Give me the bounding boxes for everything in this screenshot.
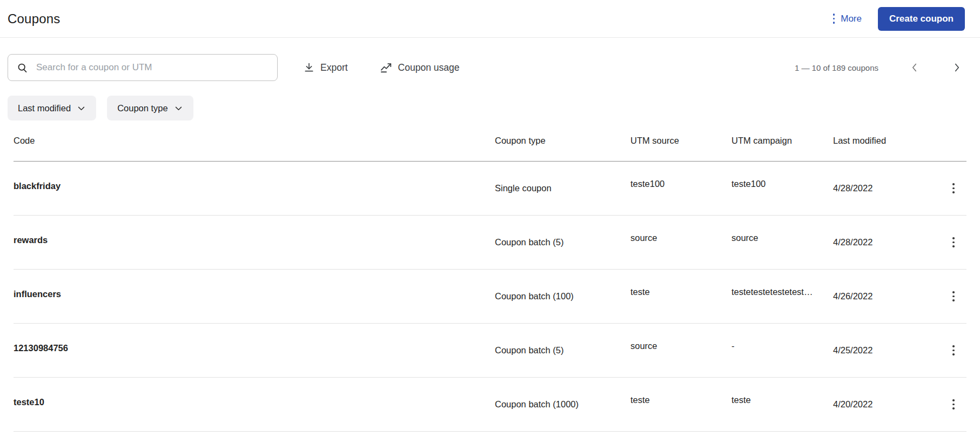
create-coupon-button[interactable]: Create coupon — [878, 7, 965, 31]
kebab-dots-icon — [952, 183, 955, 193]
table-row[interactable]: rewards Coupon batch (5) source source 4… — [14, 216, 966, 270]
row-menu-button[interactable] — [943, 394, 964, 415]
utm-source: teste — [630, 395, 731, 405]
kebab-dots-icon — [833, 14, 835, 24]
download-icon — [304, 62, 314, 73]
more-button-label: More — [841, 14, 862, 24]
column-header-code: Code — [14, 136, 495, 146]
chevron-down-icon — [174, 104, 183, 113]
last-modified-date: 4/28/2022 — [833, 237, 943, 247]
search-icon — [17, 62, 28, 73]
filter-coupon-type-label: Coupon type — [117, 103, 168, 113]
filter-coupon-type[interactable]: Coupon type — [107, 96, 193, 120]
chevron-right-icon — [951, 62, 963, 73]
filter-bar: Last modified Coupon type — [8, 96, 972, 120]
coupon-usage-button[interactable]: Coupon usage — [377, 61, 463, 74]
coupon-type: Coupon batch (100) — [495, 291, 630, 301]
utm-campaign: testetestetestetest… — [731, 287, 833, 297]
toolbar: Export Coupon usage 1 — 10 of 189 coupon… — [8, 54, 965, 81]
coupon-usage-button-label: Coupon usage — [398, 62, 460, 73]
utm-source: teste — [630, 287, 731, 297]
utm-source: source — [630, 341, 731, 351]
kebab-dots-icon — [952, 237, 955, 247]
coupon-code: blackfriday — [14, 181, 495, 191]
coupon-code: influencers — [14, 289, 495, 299]
coupon-code: teste10 — [14, 397, 495, 407]
column-header-utm-source: UTM source — [630, 136, 731, 146]
last-modified-date: 4/28/2022 — [833, 183, 943, 193]
coupon-table: Code Coupon type UTM source UTM campaign… — [14, 120, 966, 432]
coupon-type: Coupon batch (1000) — [495, 399, 630, 410]
chevron-down-icon — [77, 104, 86, 113]
utm-campaign: teste — [731, 395, 833, 405]
chevron-left-icon — [909, 62, 921, 73]
row-menu-button[interactable] — [943, 178, 964, 199]
last-modified-date: 4/26/2022 — [833, 291, 943, 301]
filter-last-modified[interactable]: Last modified — [8, 96, 96, 120]
page-title: Coupons — [8, 11, 60, 26]
utm-source: source — [630, 233, 731, 243]
kebab-dots-icon — [952, 345, 955, 355]
kebab-dots-icon — [952, 291, 955, 301]
export-button[interactable]: Export — [300, 62, 351, 74]
column-header-coupon-type: Coupon type — [495, 136, 630, 146]
pagination-count: 1 — 10 of 189 coupons — [795, 63, 878, 72]
header-actions: More Create coupon — [833, 7, 965, 31]
column-header-last-modified: Last modified — [833, 136, 943, 146]
last-modified-date: 4/25/2022 — [833, 345, 943, 355]
coupon-code: 12130984756 — [14, 343, 495, 353]
search-box[interactable] — [8, 54, 278, 81]
table-row[interactable]: influencers Coupon batch (100) teste tes… — [14, 270, 966, 324]
next-page-button[interactable] — [949, 59, 965, 76]
row-menu-button[interactable] — [943, 286, 964, 307]
filter-last-modified-label: Last modified — [18, 103, 71, 113]
page-header: Coupons More Create coupon — [0, 0, 980, 38]
more-button[interactable]: More — [833, 14, 862, 24]
coupon-type: Coupon batch (5) — [495, 345, 630, 355]
utm-source: teste100 — [630, 179, 731, 189]
utm-campaign: source — [731, 233, 833, 243]
utm-campaign: - — [731, 341, 833, 351]
export-button-label: Export — [320, 62, 348, 73]
kebab-dots-icon — [952, 399, 955, 410]
utm-campaign: teste100 — [731, 179, 833, 189]
row-menu-button[interactable] — [943, 232, 964, 253]
column-header-utm-campaign: UTM campaign — [731, 136, 833, 146]
coupon-code: rewards — [14, 235, 495, 245]
table-row[interactable]: 12130984756 Coupon batch (5) source - 4/… — [14, 324, 966, 378]
coupon-type: Coupon batch (5) — [495, 237, 630, 247]
trend-chart-icon — [380, 62, 392, 73]
table-header-row: Code Coupon type UTM source UTM campaign… — [14, 120, 966, 162]
search-input[interactable] — [35, 62, 269, 73]
previous-page-button[interactable] — [907, 59, 923, 76]
coupon-type: Single coupon — [495, 183, 630, 193]
last-modified-date: 4/20/2022 — [833, 399, 943, 410]
table-row[interactable]: teste10 Coupon batch (1000) teste teste … — [14, 378, 966, 432]
table-row[interactable]: blackfriday Single coupon teste100 teste… — [14, 162, 966, 216]
row-menu-button[interactable] — [943, 340, 964, 361]
pagination: 1 — 10 of 189 coupons — [795, 59, 965, 76]
